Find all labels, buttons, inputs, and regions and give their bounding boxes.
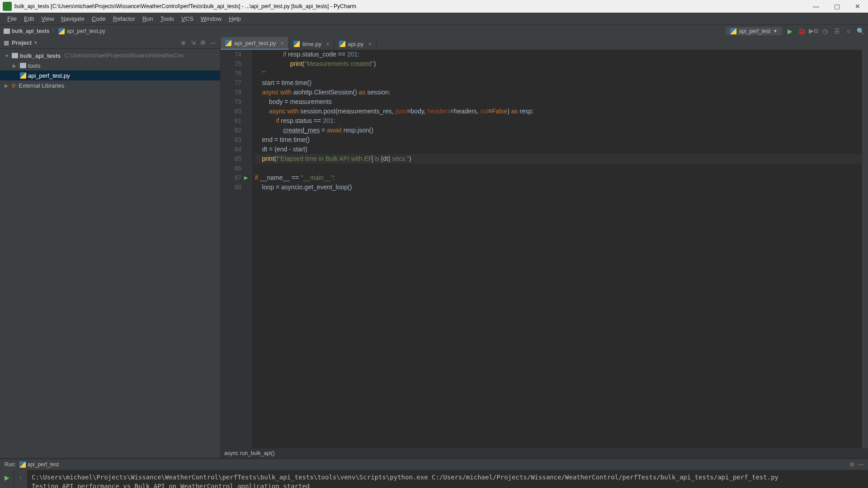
project-icon: ▦	[4, 39, 9, 46]
menu-vcs[interactable]: VCS	[178, 15, 197, 22]
menu-bar: FileEditViewNavigateCodeRefactorRunTools…	[0, 13, 868, 24]
chevron-right-icon[interactable]: ▶	[13, 63, 18, 68]
menu-refactor[interactable]: Refactor	[109, 15, 139, 22]
tree-folder-tools[interactable]: ▶ tools	[0, 61, 220, 70]
locate-icon[interactable]: ⊕	[179, 39, 187, 47]
chevron-down-icon: ▼	[773, 28, 778, 33]
line-gutter[interactable]: 7475767778798081828384858687▶88	[221, 50, 246, 448]
python-icon	[730, 28, 736, 34]
window-title: bulk_api_tests [C:\Users\michael\Project…	[14, 3, 806, 9]
close-tab-icon[interactable]: ×	[326, 41, 330, 47]
run-tool-window: Run: api_perf_test ⚙ — ▶ ■ ⏸ 📷 ⭍ ✕ ? ↑ ↓…	[0, 458, 868, 488]
code-editor[interactable]: 7475767778798081828384858687▶88 if resp.…	[221, 50, 868, 448]
python-icon	[58, 28, 65, 34]
menu-window[interactable]: Window	[197, 15, 225, 22]
python-icon	[339, 41, 345, 47]
folder-icon	[12, 53, 18, 58]
editor-area: api_perf_test.py×time.py×api.py× 7475767…	[221, 37, 868, 458]
pycharm-icon	[3, 2, 12, 11]
run-coverage-button[interactable]: ▶⧉	[809, 27, 817, 35]
tree-root-path: C:\Users\michael\Projects\Wissance\Weath…	[64, 52, 184, 59]
hide-icon[interactable]: —	[858, 461, 863, 468]
menu-navigate[interactable]: Navigate	[57, 15, 88, 22]
minimize-button[interactable]: —	[806, 0, 826, 13]
menu-help[interactable]: Help	[225, 15, 245, 22]
editor-breadcrumb[interactable]: async run_bulk_api()	[221, 448, 868, 458]
python-icon	[293, 41, 300, 47]
tree-item-label: api_perf_test.py	[28, 72, 70, 79]
run-config-selector[interactable]: api_perf_test ▼	[726, 27, 782, 35]
menu-edit[interactable]: Edit	[20, 15, 38, 22]
run-button[interactable]: ▶	[786, 27, 794, 35]
code-content[interactable]: if resp.status_code == 201: print("Measu…	[252, 50, 862, 448]
tree-root[interactable]: ▼ bulk_api_tests C:\Users\michael\Projec…	[0, 51, 220, 61]
settings-icon[interactable]: ⚙	[849, 461, 854, 468]
project-tree[interactable]: ▼ bulk_api_tests C:\Users\michael\Projec…	[0, 49, 220, 458]
tab-time-py[interactable]: time.py×	[289, 38, 335, 50]
breadcrumb-project[interactable]: bulk_api_tests	[4, 28, 49, 34]
folder-icon	[20, 63, 26, 68]
breadcrumb-separator: 〉	[52, 27, 57, 35]
rerun-button[interactable]: ▶	[2, 473, 12, 483]
close-button[interactable]: ✕	[847, 0, 868, 13]
up-stack-button[interactable]: ↑	[16, 473, 26, 483]
chevron-down-icon[interactable]: ▼	[33, 40, 38, 45]
library-icon: ⊪	[12, 82, 17, 89]
run-panel-config: api_perf_test	[28, 461, 59, 468]
project-panel-header: ▦ Project ▼ ⊕ ⇲ ⚙ —	[0, 37, 220, 49]
hide-icon[interactable]: —	[209, 39, 217, 47]
close-tab-icon[interactable]: ×	[368, 41, 372, 47]
tree-item-label: External Libraries	[19, 82, 64, 89]
tree-external-libraries[interactable]: ▶ ⊪ External Libraries	[0, 80, 220, 90]
editor-tabs: api_perf_test.py×time.py×api.py×	[221, 37, 868, 50]
menu-view[interactable]: View	[38, 15, 57, 22]
python-icon	[19, 461, 26, 468]
tree-file-api-perf-test[interactable]: api_perf_test.py	[0, 70, 220, 80]
nav-bar: bulk_api_tests 〉 api_perf_test.py api_pe…	[0, 24, 868, 37]
tree-root-label: bulk_api_tests	[20, 52, 61, 59]
close-tab-icon[interactable]: ×	[281, 40, 284, 47]
project-panel: ▦ Project ▼ ⊕ ⇲ ⚙ — ▼ bulk_api_tests C:\…	[0, 37, 221, 458]
settings-icon[interactable]: ⚙	[199, 39, 207, 47]
stop-button[interactable]: ■	[844, 27, 853, 35]
titlebar: bulk_api_tests [C:\Users\michael\Project…	[0, 0, 868, 13]
chevron-right-icon[interactable]: ▶	[5, 83, 10, 88]
chevron-down-icon[interactable]: ▼	[5, 53, 10, 58]
down-stack-button[interactable]: ↓	[16, 486, 26, 488]
tab-label: api_perf_test.py	[234, 40, 276, 47]
breadcrumb-file[interactable]: api_perf_test.py	[58, 28, 105, 34]
search-everywhere-button[interactable]: 🔍	[856, 27, 864, 35]
menu-code[interactable]: Code	[88, 15, 109, 22]
expand-icon[interactable]: ⇲	[189, 39, 197, 47]
attach-button[interactable]: ☰	[833, 27, 841, 35]
run-side-toolbar-left: ▶ ■ ⏸ 📷 ⭍ ✕ ?	[0, 470, 14, 488]
profile-button[interactable]: ◷	[821, 27, 829, 35]
console-output[interactable]: C:\Users\michael\Projects\Wissance\Weath…	[27, 470, 868, 488]
fold-column[interactable]	[246, 50, 252, 448]
folder-icon	[4, 28, 10, 34]
tab-label: time.py	[302, 41, 321, 47]
menu-tools[interactable]: Tools	[157, 15, 178, 22]
tree-item-label: tools	[28, 62, 40, 69]
run-side-toolbar-right: ↑ ↓ ↩ ⤓ 🖶 🗑	[14, 470, 27, 488]
run-panel-header: Run: api_perf_test ⚙ —	[0, 459, 868, 470]
tab-api_perf_test-py[interactable]: api_perf_test.py×	[221, 37, 289, 50]
menu-run[interactable]: Run	[139, 15, 157, 22]
maximize-button[interactable]: ▢	[826, 0, 847, 13]
main-area: ▦ Project ▼ ⊕ ⇲ ⚙ — ▼ bulk_api_tests C:\…	[0, 37, 868, 458]
stop-run-button[interactable]: ■	[2, 486, 12, 488]
tab-label: api.py	[348, 41, 364, 47]
menu-file[interactable]: File	[4, 15, 20, 22]
run-panel-title: Run:	[5, 461, 16, 468]
editor-scrollbar[interactable]	[862, 50, 868, 448]
debug-button[interactable]: 🐞	[797, 27, 806, 35]
tab-api-py[interactable]: api.py×	[335, 38, 377, 50]
python-icon	[20, 72, 26, 79]
project-panel-title: Project	[12, 39, 32, 46]
python-icon	[225, 40, 231, 46]
